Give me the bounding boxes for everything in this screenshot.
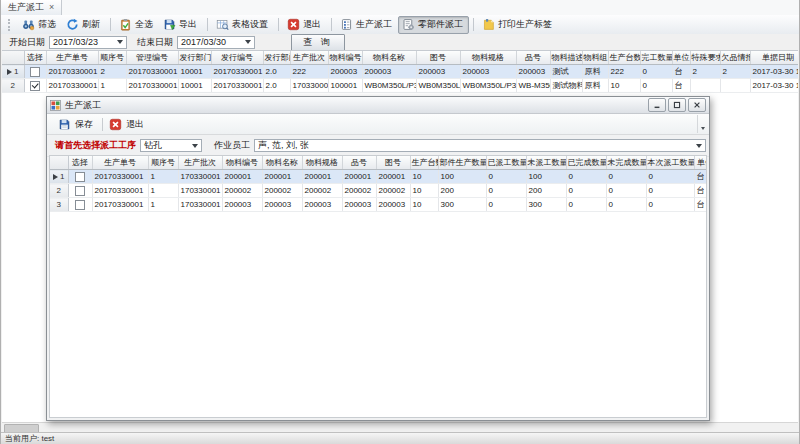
cell[interactable]: 200002 [222,184,262,198]
cell[interactable]: 170330001 [178,184,222,198]
cell[interactable]: 0 [606,170,646,184]
dialog-titlebar[interactable]: 生产派工 [47,97,709,114]
start-date-combo[interactable]: 2017/03/23 [49,36,127,49]
column-header[interactable]: 选择 [68,156,92,170]
cell[interactable]: 2 [720,65,750,79]
cell[interactable]: 200003 [516,65,550,79]
cell[interactable]: 0 [606,184,646,198]
cell[interactable]: 20170330001 [92,170,148,184]
cell[interactable]: 200003 [222,198,262,212]
cell[interactable]: WB-M350L [516,79,550,93]
column-header[interactable]: 欠品情报 [720,51,750,65]
column-header[interactable]: 图号 [376,156,410,170]
cell[interactable]: 200001 [342,170,376,184]
cell[interactable]: WB0M350L/P30086 [460,79,516,93]
cell[interactable]: 20170330001 [211,79,263,93]
cell[interactable]: 0 [486,198,526,212]
column-header[interactable]: 单位 [694,156,707,170]
cell[interactable]: 200003 [416,65,460,79]
column-header[interactable]: 品号 [342,156,376,170]
cell[interactable]: 170330001 [178,198,222,212]
column-header[interactable]: 生产台数 [410,156,438,170]
cell[interactable]: 0 [646,198,694,212]
cell[interactable]: 100 [438,170,486,184]
cell[interactable]: 1 [98,79,126,93]
column-header[interactable]: 顺序号 [98,51,126,65]
column-header[interactable]: 生产批次 [178,156,222,170]
cell[interactable]: 200 [438,184,486,198]
cell[interactable]: 20170330001 [126,79,178,93]
cell[interactable]: 2.0 [263,65,290,79]
cell[interactable]: 0 [566,198,606,212]
column-header[interactable]: 选择 [24,51,46,65]
query-button[interactable]: 查 询 [291,34,345,51]
row-header[interactable]: 3 [50,198,68,212]
cell[interactable]: 100 [526,170,566,184]
cell[interactable]: WB0M350L/P30086 [416,79,460,93]
column-header[interactable]: 未派工数量 [526,156,566,170]
cell[interactable]: 200003 [376,198,410,212]
production-dispatch-toggle[interactable]: 生产派工 [336,16,398,34]
column-header[interactable]: 已完成数量 [566,156,606,170]
column-header[interactable]: 发行部门 [263,51,290,65]
cell[interactable]: 10001 [178,65,211,79]
column-header[interactable]: 物料规格 [460,51,516,65]
cell[interactable]: 10 [608,79,640,93]
cell[interactable]: 200001 [222,170,262,184]
cell[interactable]: 200001 [262,170,302,184]
export-button[interactable]: 导出 [159,16,203,34]
column-header[interactable]: 物料编号 [328,51,362,65]
row-header[interactable]: 2 [50,184,68,198]
column-header[interactable]: 物料规格 [302,156,342,170]
refresh-button[interactable]: 刷新 [62,16,106,34]
print-label-button[interactable]: 打印生产标签 [478,16,558,34]
cell[interactable]: 200003 [302,198,342,212]
cell[interactable]: 0 [646,184,694,198]
cell[interactable]: 200002 [342,184,376,198]
cell[interactable]: 2 [690,65,720,79]
close-button[interactable] [688,98,706,112]
cell[interactable]: 10 [410,184,438,198]
cell[interactable]: 300 [526,198,566,212]
cell[interactable]: 0 [640,79,672,93]
filter-button[interactable]: 筛选 [18,16,62,34]
row-header[interactable]: 1 [2,65,24,79]
operator-combo[interactable]: 声, 范, 刘, 张 [254,139,706,152]
column-header[interactable]: 生产单号 [92,156,148,170]
cell[interactable]: 222 [290,65,328,79]
tab-production-dispatch[interactable]: 生产派工 × [1,0,62,15]
cell[interactable]: 原料 [582,79,608,93]
cell[interactable]: 0 [566,170,606,184]
column-header[interactable]: 完工数量 [640,51,672,65]
cell[interactable]: 2 [98,65,126,79]
cell[interactable]: 1 [148,184,178,198]
cell[interactable]: 1 [148,198,178,212]
column-header[interactable]: 已派工数量 [486,156,526,170]
column-header[interactable]: 生产台数 [608,51,640,65]
cell[interactable]: 10 [410,170,438,184]
column-header[interactable]: 物料描述 [550,51,582,65]
column-header[interactable]: 顺序号 [148,156,178,170]
cell[interactable]: 20170330001 [46,79,98,93]
cell[interactable]: 100001 [328,79,362,93]
column-header[interactable]: 生产单号 [46,51,98,65]
column-header[interactable]: 部件生产数量 [438,156,486,170]
row-checkbox[interactable] [30,67,40,77]
cell[interactable]: 200003 [342,198,376,212]
cell[interactable]: 170330001 [290,79,328,93]
tab-close-icon[interactable]: × [49,3,54,12]
cell[interactable]: 2.0 [263,79,290,93]
cell[interactable]: 1 [148,170,178,184]
cell[interactable]: 台 [694,170,707,184]
cell[interactable]: 原料 [582,65,608,79]
cell[interactable]: 200002 [376,184,410,198]
cell[interactable]: 300 [438,198,486,212]
cell[interactable]: 台 [694,184,707,198]
cell[interactable]: 0 [640,65,672,79]
cell[interactable]: 台 [694,198,707,212]
column-header[interactable]: 未完成数量 [606,156,646,170]
row-checkbox[interactable] [75,172,85,182]
cell[interactable]: 200003 [362,65,416,79]
process-combo[interactable]: 钻孔 [140,139,202,152]
cell[interactable]: 200001 [302,170,342,184]
